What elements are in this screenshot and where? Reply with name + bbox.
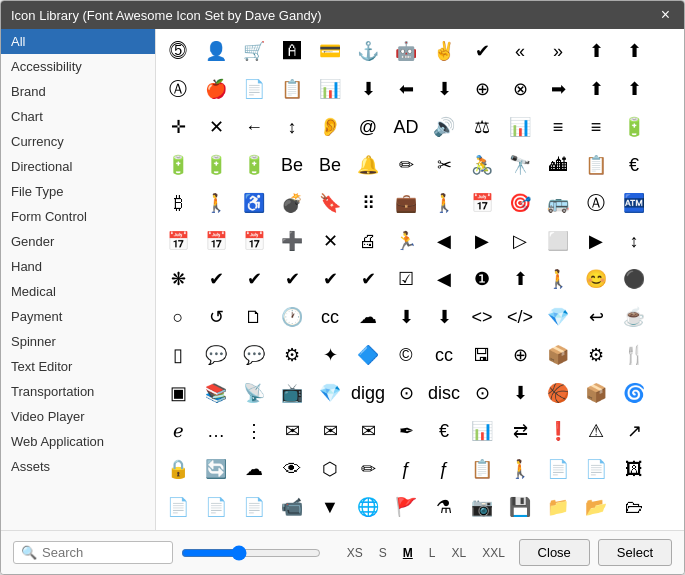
sidebar-item-directional[interactable]: Directional [1, 154, 155, 179]
icon-cell[interactable]: ◀ [426, 223, 462, 259]
icon-cell[interactable]: 🏀 [540, 375, 576, 411]
icon-cell[interactable]: ⬇ [388, 299, 424, 335]
sidebar-item-web-application[interactable]: Web Application [1, 429, 155, 454]
close-button[interactable]: Close [519, 539, 590, 566]
icon-cell[interactable]: 📅 [198, 223, 234, 259]
icon-cell[interactable]: ≡ [578, 109, 614, 145]
icon-cell[interactable]: ↕ [616, 223, 652, 259]
icon-cell[interactable]: ⚓ [350, 33, 386, 69]
icon-cell[interactable]: 💾 [502, 489, 538, 525]
icon-cell[interactable]: 📹 [274, 489, 310, 525]
icon-cell[interactable]: 🚩 [388, 489, 424, 525]
icon-cell[interactable]: 📄 [236, 71, 272, 107]
icon-cell[interactable]: 🔒 [160, 451, 196, 487]
size-option-xs[interactable]: XS [343, 545, 367, 561]
icon-cell[interactable]: ⬅ [388, 71, 424, 107]
icon-cell[interactable]: </> [502, 299, 538, 335]
icon-cell[interactable]: ⊙ [388, 375, 424, 411]
icon-cell[interactable]: € [426, 413, 462, 449]
icon-cell[interactable]: 🚶 [502, 451, 538, 487]
icon-cell[interactable]: 🔖 [312, 185, 348, 221]
icon-cell[interactable]: 👁 [274, 451, 310, 487]
sidebar-item-file-type[interactable]: File Type [1, 179, 155, 204]
sidebar-item-text-editor[interactable]: Text Editor [1, 354, 155, 379]
icon-cell[interactable]: @ [350, 109, 386, 145]
size-slider[interactable] [181, 545, 321, 561]
icon-cell[interactable]: 💎 [540, 299, 576, 335]
icon-cell[interactable]: ≡ [540, 109, 576, 145]
icon-cell[interactable]: ❋ [160, 261, 196, 297]
icon-cell[interactable]: ○ [160, 299, 196, 335]
icon-cell[interactable]: ƒ [426, 451, 462, 487]
icon-cell[interactable]: Ⓐ [160, 71, 196, 107]
icon-cell[interactable]: 📅 [236, 223, 272, 259]
icon-cell[interactable]: 🔊 [426, 109, 462, 145]
icon-cell[interactable]: 📄 [236, 489, 272, 525]
icon-cell[interactable]: 💣 [274, 185, 310, 221]
icon-cell[interactable]: 🔋 [198, 147, 234, 183]
icon-cell[interactable]: ▼ [312, 489, 348, 525]
icon-cell[interactable]: 🕐 [274, 299, 310, 335]
icon-cell[interactable]: ✉ [312, 413, 348, 449]
icon-cell[interactable]: ⊙ [464, 375, 500, 411]
size-option-m[interactable]: M [399, 545, 417, 561]
icon-cell[interactable]: 📂 [578, 489, 614, 525]
icon-cell[interactable]: 🔋 [616, 109, 652, 145]
icon-cell[interactable]: … [198, 413, 234, 449]
icon-cell[interactable]: ⚖ [464, 109, 500, 145]
icon-cell[interactable]: 📅 [464, 185, 500, 221]
icon-cell[interactable]: 📦 [578, 375, 614, 411]
icon-cell[interactable]: 💼 [388, 185, 424, 221]
icon-cell[interactable]: ▯ [160, 337, 196, 373]
icon-cell[interactable]: 📄 [578, 451, 614, 487]
icon-cell[interactable]: ▣ [160, 375, 196, 411]
sidebar-item-accessibility[interactable]: Accessibility [1, 54, 155, 79]
icon-cell[interactable]: ⚙ [274, 337, 310, 373]
icon-cell[interactable]: 🅰 [274, 33, 310, 69]
icon-cell[interactable]: 💎 [312, 375, 348, 411]
icon-cell[interactable]: ⬇ [426, 71, 462, 107]
icon-cell[interactable]: 📋 [578, 147, 614, 183]
icon-cell[interactable]: ↺ [198, 299, 234, 335]
size-option-s[interactable]: S [375, 545, 391, 561]
sidebar-item-form-control[interactable]: Form Control [1, 204, 155, 229]
icon-cell[interactable]: ❗ [540, 413, 576, 449]
icon-cell[interactable]: 📊 [464, 413, 500, 449]
icon-cell[interactable]: ← [236, 109, 272, 145]
sidebar-item-all[interactable]: All [1, 29, 155, 54]
size-option-xxl[interactable]: XXL [478, 545, 509, 561]
icon-cell[interactable]: Be [312, 147, 348, 183]
icon-cell[interactable]: ⬇ [350, 71, 386, 107]
icon-cell[interactable]: 🎯 [502, 185, 538, 221]
icon-cell[interactable]: ⬆ [578, 71, 614, 107]
icon-cell[interactable]: 🍴 [616, 337, 652, 373]
sidebar-item-gender[interactable]: Gender [1, 229, 155, 254]
icon-cell[interactable]: <> [464, 299, 500, 335]
icon-cell[interactable]: ⬆ [578, 33, 614, 69]
icon-cell[interactable]: 🏧 [616, 185, 652, 221]
icon-cell[interactable]: ◀ [426, 261, 462, 297]
icon-cell[interactable]: ⬇ [426, 299, 462, 335]
icon-cell[interactable]: 🤖 [388, 33, 424, 69]
icon-cell[interactable]: » [540, 33, 576, 69]
icon-cell[interactable]: 🚴 [464, 147, 500, 183]
icon-cell[interactable]: ☁ [350, 299, 386, 335]
icon-cell[interactable]: ➕ [274, 223, 310, 259]
sidebar-item-payment[interactable]: Payment [1, 304, 155, 329]
icon-cell[interactable]: ⊗ [502, 71, 538, 107]
icon-cell[interactable]: ✛ [160, 109, 196, 145]
icon-cell[interactable]: 📊 [502, 109, 538, 145]
icon-cell[interactable]: ✏ [350, 451, 386, 487]
icon-cell[interactable]: ☕ [616, 299, 652, 335]
icon-cell[interactable]: ⬜ [540, 223, 576, 259]
sidebar-item-transportation[interactable]: Transportation [1, 379, 155, 404]
icon-cell[interactable]: 📊 [312, 71, 348, 107]
icon-cell[interactable]: ✔ [236, 261, 272, 297]
icon-cell[interactable]: 🔋 [160, 147, 196, 183]
icon-cell[interactable]: ⬆ [502, 261, 538, 297]
icon-cell[interactable]: ₿ [160, 185, 196, 221]
icon-cell[interactable]: ✕ [312, 223, 348, 259]
icon-cell[interactable]: 🏃 [388, 223, 424, 259]
sidebar-item-assets[interactable]: Assets [1, 454, 155, 479]
icon-cell[interactable]: 📺 [274, 375, 310, 411]
